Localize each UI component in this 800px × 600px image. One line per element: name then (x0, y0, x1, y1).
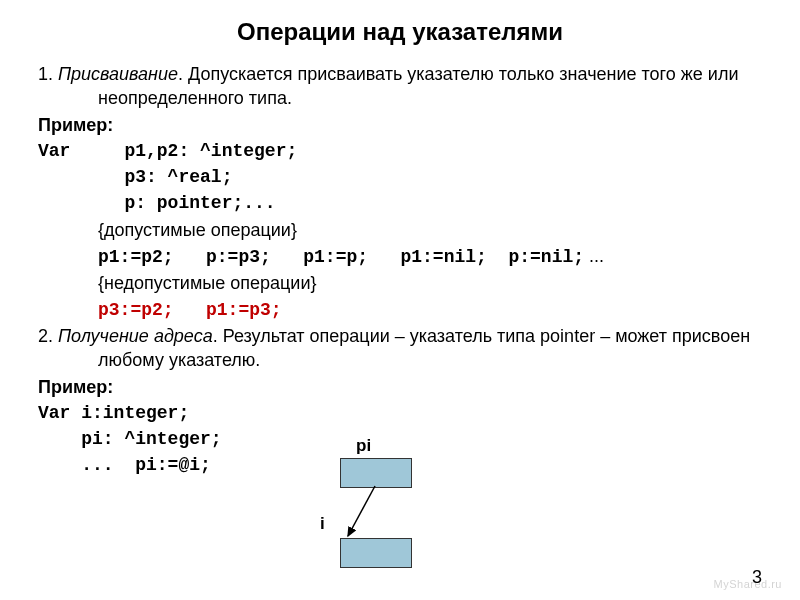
section-1-head: Присваивание (58, 64, 178, 84)
text: 1. (38, 64, 58, 84)
example-label-2: Пример: (38, 375, 762, 399)
section-1-text: 1. Присваивание. Допускается присваивать… (38, 62, 762, 111)
page-title: Операции над указателями (38, 18, 762, 46)
arrow-icon (320, 440, 500, 590)
slide: Операции над указателями 1. Присваивание… (0, 0, 800, 600)
section-2-head: Получение адреса (58, 326, 213, 346)
watermark: MyShared.ru (714, 578, 782, 590)
allowed-ops-label: {допустимые операции} (38, 218, 762, 242)
example-label-1: Пример: (38, 113, 762, 137)
allowed-ops-code: p1:=p2; p:=p3; p1:=p; p1:=nil; p:=nil; .… (38, 244, 762, 269)
code-p-decl: p: pointer;... (38, 191, 762, 215)
code: p1:=p2; p:=p3; p1:=p; p1:=nil; p:=nil; (98, 247, 584, 267)
pointer-diagram: pi i (320, 440, 500, 590)
text: . Допускается присваивать указателю толь… (98, 64, 738, 108)
disallowed-ops-label: {недопустимые операции} (38, 271, 762, 295)
text: ... (584, 246, 604, 266)
code2-var: Var i:integer; (38, 401, 762, 425)
code-var-decl: Var p1,p2: ^integer; (38, 139, 762, 163)
svg-line-0 (348, 486, 375, 536)
text: 2. (38, 326, 58, 346)
disallowed-ops-code: p3:=p2; p1:=p3; (38, 298, 762, 322)
code-p3-decl: p3: ^real; (38, 165, 762, 189)
section-2-text: 2. Получение адреса. Результат операции … (38, 324, 762, 373)
